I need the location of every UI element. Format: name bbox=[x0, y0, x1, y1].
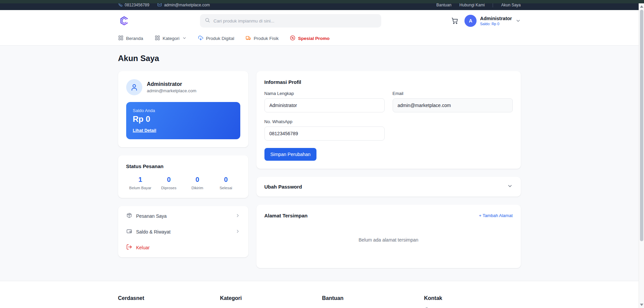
change-password-title: Ubah Password bbox=[264, 184, 302, 190]
order-status-card: Status Pesanan 1 Belum Bayar 0 Diproses bbox=[118, 155, 248, 198]
profile-email: admin@marketplace.com bbox=[147, 88, 197, 93]
wallet-icon bbox=[126, 228, 132, 235]
profile-info-card: Informasi Profil Nama Lengkap Email bbox=[256, 71, 521, 169]
status-diproses[interactable]: 0 Diproses bbox=[155, 176, 183, 190]
nav-item-kategori[interactable]: Kategori bbox=[155, 35, 187, 42]
scrollbar-thumb[interactable] bbox=[640, 10, 643, 241]
menu-item-label: Pesanan Saya bbox=[136, 213, 167, 219]
nav-label: Spesial Promo bbox=[298, 36, 330, 41]
nama-lengkap-field[interactable] bbox=[264, 98, 385, 112]
topbar-divider bbox=[493, 3, 493, 7]
footer-brand-column: Cerdasnet Marketplace terbaik untuk prod… bbox=[118, 295, 215, 308]
grid-icon bbox=[155, 35, 160, 42]
footer-kategori-column: Kategori Produk Digital Produk Fisik Pro… bbox=[220, 295, 317, 308]
brand-logo-icon[interactable] bbox=[118, 15, 130, 27]
footer: Cerdasnet Marketplace terbaik untuk prod… bbox=[0, 281, 639, 308]
change-password-card[interactable]: Ubah Password bbox=[256, 177, 521, 197]
nav-label: Beranda bbox=[126, 36, 143, 41]
status-belum-bayar[interactable]: 1 Belum Bayar bbox=[126, 176, 155, 190]
cloud-download-icon bbox=[198, 35, 203, 42]
email-label: Email bbox=[393, 91, 513, 96]
header: A Administrator Saldo: Rp 0 bbox=[0, 10, 639, 32]
saldo-label: Saldo Anda bbox=[133, 108, 234, 113]
menu-item-label: Saldo & Riwayat bbox=[136, 229, 171, 235]
search-icon bbox=[205, 17, 210, 24]
user-menu[interactable]: A Administrator Saldo: Rp 0 bbox=[464, 15, 521, 27]
menu-item-label: Keluar bbox=[136, 245, 150, 250]
browser-chrome-strip bbox=[0, 0, 644, 3]
chevron-down-icon bbox=[515, 18, 521, 23]
topbar-link-hubungi-kami[interactable]: Hubungi Kami bbox=[459, 3, 485, 7]
user-icon bbox=[126, 79, 142, 95]
profile-card: Administrator admin@marketplace.com Sald… bbox=[118, 71, 248, 147]
add-address-button[interactable]: + Tambah Alamat bbox=[479, 213, 513, 218]
stat-label: Dikirim bbox=[183, 186, 212, 190]
chevron-right-icon bbox=[235, 213, 240, 219]
saved-address-card: Alamat Tersimpan + Tambah Alamat Belum a… bbox=[256, 205, 521, 268]
header-user-saldo: Saldo: Rp 0 bbox=[480, 22, 512, 26]
topbar-email-address: admin@marketplace.com bbox=[164, 3, 210, 7]
search-input[interactable] bbox=[213, 18, 377, 23]
footer-kategori-title: Kategori bbox=[220, 295, 317, 301]
saldo-detail-link[interactable]: Lihat Detail bbox=[133, 128, 156, 133]
scrollbar-down-arrow-icon[interactable] bbox=[640, 304, 643, 306]
address-card-title: Alamat Tersimpan bbox=[264, 213, 308, 218]
stat-value: 0 bbox=[183, 176, 212, 184]
package-icon bbox=[126, 212, 132, 219]
footer-bantuan-title: Bantuan bbox=[322, 295, 419, 301]
address-empty-state: Belum ada alamat tersimpan bbox=[264, 218, 513, 260]
topbar-link-akun-saya[interactable]: Akun Saya bbox=[501, 3, 521, 7]
account-menu-card: Pesanan Saya Saldo & Riwayat Keluar bbox=[118, 206, 248, 257]
grid-icon bbox=[118, 35, 123, 42]
chevron-down-icon bbox=[182, 36, 187, 41]
topbar-phone-number: 08123456789 bbox=[125, 3, 149, 7]
nav-item-beranda[interactable]: Beranda bbox=[118, 35, 143, 42]
stat-label: Selesai bbox=[212, 186, 240, 190]
nav-item-spesial-promo[interactable]: Spesial Promo bbox=[290, 35, 330, 42]
menu-item-pesanan-saya[interactable]: Pesanan Saya bbox=[121, 208, 246, 224]
nav-label: Produk Digital bbox=[206, 36, 234, 41]
page-title: Akun Saya bbox=[118, 54, 521, 63]
saldo-card: Saldo Anda Rp 0 Lihat Detail bbox=[126, 102, 240, 139]
saldo-value: Rp 0 bbox=[133, 114, 234, 124]
nav-label: Produk Fisik bbox=[254, 36, 279, 41]
menu-item-keluar[interactable]: Keluar bbox=[121, 240, 246, 255]
whatsapp-field[interactable] bbox=[264, 126, 385, 141]
stat-label: Diproses bbox=[155, 186, 183, 190]
cart-icon[interactable] bbox=[451, 17, 458, 24]
stat-value: 0 bbox=[155, 176, 183, 184]
main-nav: Beranda Kategori Produk Digital Produk F… bbox=[0, 32, 639, 46]
scrollbar-up-arrow-icon[interactable] bbox=[640, 5, 643, 8]
nama-lengkap-label: Nama Lengkap bbox=[264, 91, 385, 96]
logout-icon bbox=[126, 244, 132, 251]
search-bar[interactable] bbox=[200, 14, 381, 28]
status-selesai[interactable]: 0 Selesai bbox=[212, 176, 240, 190]
truck-icon bbox=[246, 35, 251, 42]
footer-kontak-column: Kontak Jakarta, Indonesia 08123456789 ad… bbox=[424, 295, 521, 308]
save-changes-button[interactable]: Simpan Perubahan bbox=[264, 148, 317, 161]
page-scrollbar[interactable] bbox=[639, 3, 644, 308]
chevron-down-icon[interactable] bbox=[507, 183, 513, 190]
status-card-title: Status Pesanan bbox=[126, 163, 240, 169]
stat-value: 0 bbox=[212, 176, 240, 184]
nav-item-produk-digital[interactable]: Produk Digital bbox=[198, 35, 234, 42]
email-field[interactable] bbox=[393, 98, 513, 112]
profile-form-title: Informasi Profil bbox=[264, 79, 513, 85]
chevron-right-icon bbox=[235, 229, 240, 235]
stat-label: Belum Bayar bbox=[126, 186, 155, 190]
profile-name: Administrator bbox=[147, 81, 197, 87]
footer-bantuan-column: Bantuan FAQ Hubungi Kami Syarat & Ketent… bbox=[322, 295, 419, 308]
whatsapp-label: No. WhatsApp bbox=[264, 119, 385, 124]
footer-brand-title: Cerdasnet bbox=[118, 295, 215, 301]
status-dikirim[interactable]: 0 Dikirim bbox=[183, 176, 212, 190]
nav-label: Kategori bbox=[163, 36, 180, 41]
percent-circle-icon bbox=[290, 35, 295, 42]
topbar-link-bantuan[interactable]: Bantuan bbox=[436, 3, 451, 7]
stat-value: 1 bbox=[126, 176, 155, 184]
avatar: A bbox=[464, 15, 477, 27]
menu-item-saldo-riwayat[interactable]: Saldo & Riwayat bbox=[121, 224, 246, 240]
nav-item-produk-fisik[interactable]: Produk Fisik bbox=[246, 35, 279, 42]
header-user-name: Administrator bbox=[480, 16, 512, 21]
footer-kontak-title: Kontak bbox=[424, 295, 521, 301]
